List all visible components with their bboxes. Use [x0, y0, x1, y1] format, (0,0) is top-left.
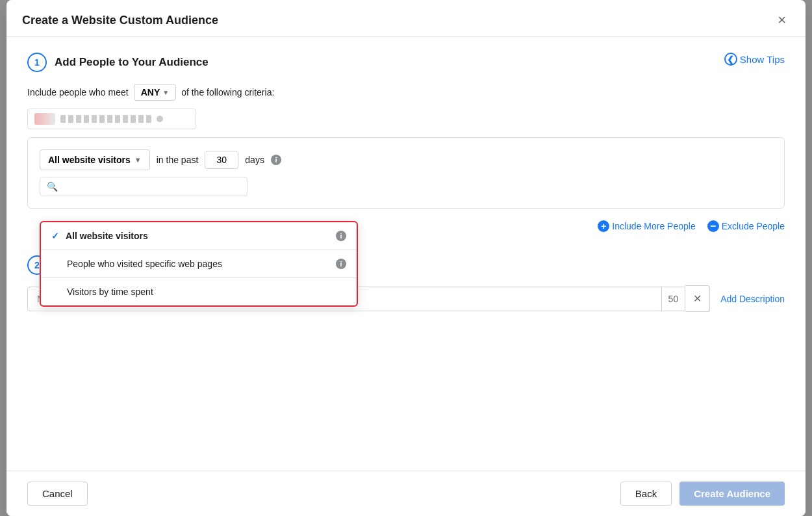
modal-overlay: Create a Website Custom Audience × ❮ Sho… [0, 0, 812, 516]
pixel-bar [27, 109, 196, 129]
modal-footer: Cancel Back Create Audience [6, 471, 806, 516]
dropdown-menu: ✓ All website visitors i People who visi… [40, 221, 358, 307]
show-tips-button[interactable]: ❮ Show Tips [724, 53, 785, 66]
search-input[interactable] [62, 181, 240, 192]
back-button[interactable]: Back [620, 482, 672, 506]
pixel-text-blur [60, 115, 151, 123]
section1-title: Add People to Your Audience [55, 56, 209, 69]
close-button[interactable]: × [774, 12, 790, 29]
modal-body: ❮ Show Tips 1 Add People to Your Audienc… [6, 37, 806, 471]
footer-right: Back Create Audience [620, 482, 785, 506]
minus-circle-icon: − [707, 220, 719, 232]
dropdown-option-2-label: People who visited specific web pages [67, 259, 222, 269]
char-count: 50 [662, 287, 686, 311]
days-info-icon[interactable]: i [271, 155, 281, 165]
modal: Create a Website Custom Audience × ❮ Sho… [6, 0, 806, 516]
include-people-row: Include people who meet ANY ▼ of the fol… [27, 84, 785, 101]
any-value: ANY [141, 87, 160, 97]
option1-info-icon[interactable]: i [336, 231, 346, 241]
create-audience-button[interactable]: Create Audience [679, 482, 785, 506]
any-arrow: ▼ [162, 89, 169, 96]
dropdown-option-3-label: Visitors by time spent [67, 287, 153, 297]
clear-name-button[interactable]: ✕ [685, 285, 710, 312]
dropdown-item-all-visitors[interactable]: ✓ All website visitors i [41, 222, 357, 250]
dropdown-option-1-label: All website visitors [66, 231, 148, 241]
criteria-box: All website visitors ▼ in the past days … [27, 137, 785, 209]
pixel-icon [34, 113, 55, 125]
criteria-wrapper: All website visitors ▼ in the past days … [40, 149, 772, 196]
dropdown-item-time-spent[interactable]: Visitors by time spent [41, 278, 357, 305]
check-icon: ✓ [51, 231, 59, 241]
search-box: 🔍 [40, 177, 247, 196]
visitor-row: All website visitors ▼ in the past days … [40, 149, 772, 170]
dropdown-item-specific-pages[interactable]: People who visited specific web pages i [41, 250, 357, 277]
exclude-label: Exclude People [722, 221, 785, 231]
include-label: Include people who meet [27, 87, 129, 97]
plus-circle-icon: + [598, 220, 609, 232]
tips-icon: ❮ [724, 53, 737, 66]
add-description-button[interactable]: Add Description [720, 294, 785, 304]
days-input[interactable] [205, 151, 238, 169]
in-past-label: in the past [157, 155, 199, 165]
include-more-button[interactable]: + Include More People [598, 220, 695, 232]
visitor-dropdown-button[interactable]: All website visitors ▼ [40, 149, 150, 170]
criteria-label: of the following criteria: [181, 87, 274, 97]
step1-circle: 1 [27, 53, 47, 72]
section1-header: 1 Add People to Your Audience [27, 53, 785, 72]
exclude-button[interactable]: − Exclude People [707, 220, 785, 232]
visitor-dropdown-label: All website visitors [48, 155, 131, 165]
include-more-label: Include More People [612, 221, 695, 231]
pixel-dot [157, 116, 163, 122]
cancel-button[interactable]: Cancel [27, 482, 88, 506]
visitor-dropdown-arrow: ▼ [134, 156, 142, 164]
modal-header: Create a Website Custom Audience × [6, 0, 806, 37]
days-label: days [245, 155, 264, 165]
any-dropdown[interactable]: ANY ▼ [134, 84, 176, 101]
option2-info-icon[interactable]: i [336, 259, 346, 269]
modal-title: Create a Website Custom Audience [22, 14, 218, 27]
search-icon: 🔍 [47, 181, 58, 192]
show-tips-label: Show Tips [740, 54, 785, 65]
